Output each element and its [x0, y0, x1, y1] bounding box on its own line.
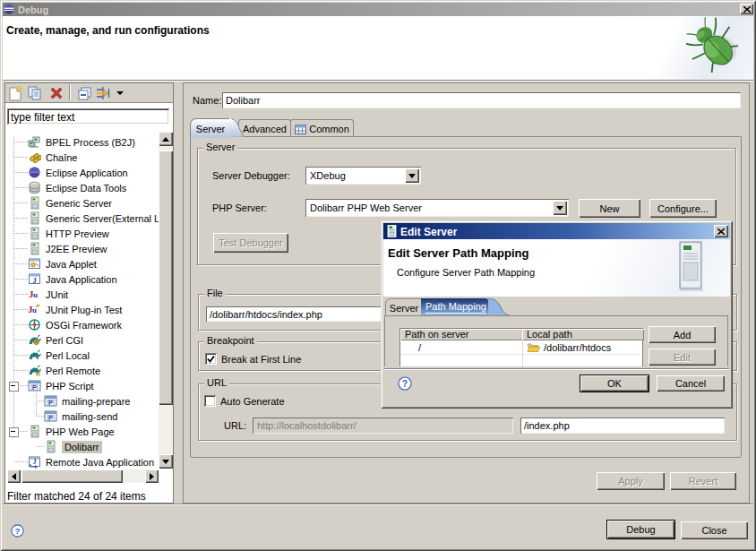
svg-text:J: J — [33, 458, 37, 466]
svg-text:R: R — [36, 371, 40, 377]
svg-text:?: ? — [402, 379, 408, 389]
svg-text:u: u — [33, 290, 38, 299]
svg-text:?: ? — [15, 526, 21, 536]
